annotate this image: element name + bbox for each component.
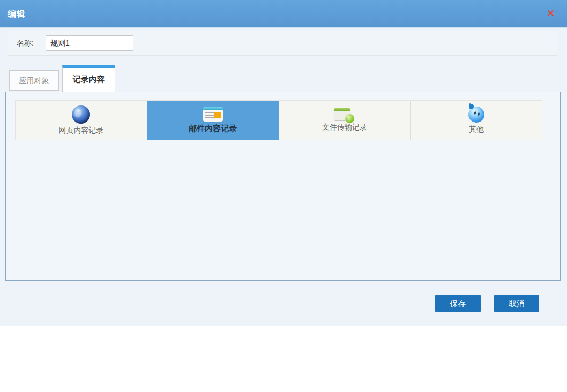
cell-other[interactable]: 其他: [411, 101, 542, 140]
cell-file-transfer-record[interactable]: ↓ 文件传输记录: [279, 101, 411, 140]
cell-label: 邮件内容记录: [189, 124, 237, 134]
cell-web-content-record[interactable]: 网页内容记录: [16, 101, 147, 140]
edit-rule-dialog: 编辑 ✕ 名称: 应用对象 记录内容 网页内容记录 邮件内容记录: [0, 0, 567, 326]
tab-record-content[interactable]: 记录内容: [62, 65, 115, 92]
download-arrow-icon: ↓: [345, 114, 354, 123]
cell-label: 文件传输记录: [322, 123, 367, 132]
file-transfer-icon: ↓: [334, 108, 350, 120]
name-label: 名称:: [17, 31, 34, 55]
close-icon[interactable]: ✕: [544, 7, 557, 20]
screen: 编辑 ✕ 名称: 应用对象 记录内容 网页内容记录 邮件内容记录: [0, 0, 567, 392]
cancel-button[interactable]: 取消: [494, 295, 539, 312]
globe-icon: [72, 105, 90, 124]
save-button[interactable]: 保存: [435, 295, 481, 312]
name-input[interactable]: [46, 35, 133, 51]
chat-bubble-icon: [468, 107, 484, 123]
name-section: 名称:: [8, 31, 557, 56]
cell-mail-content-record[interactable]: 邮件内容记录: [147, 101, 279, 140]
cell-label: 其他: [469, 125, 484, 134]
cell-label: 网页内容记录: [58, 126, 103, 135]
content-type-strip: 网页内容记录 邮件内容记录 ↓ 文件传输记录 其他: [15, 100, 542, 140]
dialog-title: 编辑: [8, 0, 26, 28]
tab-apply-target[interactable]: 应用对象: [9, 70, 59, 91]
mail-icon: [203, 107, 223, 122]
dialog-titlebar: 编辑 ✕: [0, 0, 567, 28]
